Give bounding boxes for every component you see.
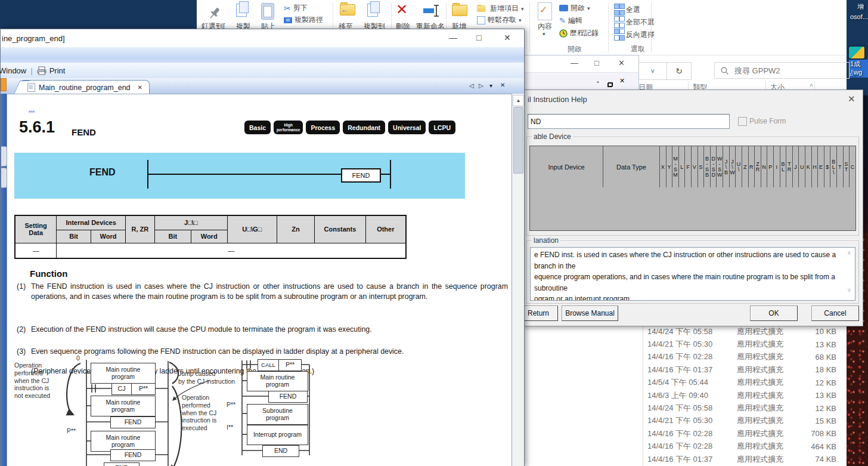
not-executed-label: Operation performed when the CJ instruct… [14, 362, 74, 400]
new-item-button[interactable]: 新增項目▾ [477, 3, 524, 14]
mdi-minimize-button[interactable]: - [597, 78, 599, 85]
history-button[interactable]: 歷程記錄 [559, 28, 599, 38]
select-all-button[interactable]: 全選 [614, 4, 640, 16]
scroll-thumb[interactable] [513, 107, 523, 174]
desktop-icon-label[interactable]: osof... [850, 13, 868, 20]
fend-instruction-box: FEND [341, 168, 381, 183]
cut-button[interactable]: ✂ 剪下 [284, 3, 308, 13]
instruction-input[interactable]: ND [528, 114, 730, 129]
th-zn: Zn [277, 215, 314, 243]
file-row[interactable]: 14/4/16 下午 01:37 應用程式擴充 74 KB [644, 453, 847, 465]
close-button[interactable]: ✕ [504, 33, 511, 42]
menu-print[interactable]: Print [49, 66, 66, 75]
search-input[interactable] [733, 66, 825, 76]
mdi-close-button[interactable]: ✕ [619, 77, 625, 85]
file-row[interactable]: 14/4/24 下午 05:58 應用程式擴充 10 KB [644, 325, 847, 338]
rename-icon [422, 4, 440, 18]
tab-close-all-icon[interactable]: ✕ [500, 82, 505, 88]
th-bit: Bit [57, 230, 91, 243]
file-row[interactable]: 14/5/4 下午 05:44 應用程式擴充 12 KB [644, 376, 847, 389]
file-row[interactable]: 14/4/16 下午 02:28 應用程式擴充 708 KB [644, 427, 847, 440]
file-type: 應用程式擴充 [737, 365, 805, 375]
device-letter-columns: XYM - S MLFVSB - S BD - S DW - S WJ \ BJ… [660, 146, 855, 188]
close-button[interactable]: ✕ [618, 58, 625, 67]
group-label-open: 開啟 [568, 44, 582, 54]
copy-to-button[interactable] [367, 4, 378, 17]
gx-toolbar-band [1, 47, 524, 63]
invert-selection-button[interactable]: 反向選擇 [614, 29, 655, 41]
delete-button[interactable]: ✕ [396, 1, 408, 18]
easy-access-button[interactable]: 輕鬆存取▾ [477, 15, 522, 25]
tab-scroll-right-icon[interactable]: ▷ [479, 82, 483, 89]
tab-scroll-left-icon[interactable]: ◁ [469, 82, 474, 89]
paste-icon [264, 6, 272, 17]
history-icon [559, 29, 568, 38]
device-column: P [767, 146, 774, 188]
file-row[interactable]: 14/4/16 下午 02:28 應用程式擴充 68 KB [644, 351, 847, 363]
ok-button[interactable]: OK [750, 305, 798, 321]
file-row[interactable]: 14/4/21 下午 05:30 應用程式擴充 13 KB [644, 338, 847, 350]
th-other: Other [365, 215, 406, 243]
new-folder-button[interactable] [452, 5, 467, 16]
scroll-up-icon[interactable]: ∧ [847, 249, 851, 256]
tab-main-routine-program-end[interactable]: Main_routine_program_end ✕ [22, 80, 150, 94]
rename-button[interactable] [422, 4, 440, 20]
file-row[interactable]: 14/4/24 下午 05:58 應用程式擴充 12 KB [644, 402, 847, 414]
main-routine-box-2: Main routine program [91, 396, 156, 416]
cancel-button[interactable]: Cancel [811, 305, 859, 321]
scroll-down-icon[interactable]: ∨ [847, 286, 851, 293]
explanation-textbox[interactable]: e FEND inst. is used in cases where the … [530, 247, 855, 301]
dwg-file-icon[interactable] [849, 47, 864, 58]
pulse-form-checkbox[interactable] [738, 117, 747, 126]
edit-button[interactable]: ✎ 編輯 [559, 16, 582, 26]
instruction-help-dialog: il Instruction Help ✕ ND Pulse Form able… [523, 90, 863, 326]
menu-window[interactable]: Window [0, 66, 26, 75]
ribbon-divider [529, 2, 530, 53]
file-row[interactable]: 14/4/16 下午 01:37 應用程式擴充 18 KB [644, 363, 847, 376]
refresh-button[interactable]: ↻ [666, 62, 692, 80]
device-column: S T [844, 146, 850, 188]
search-field[interactable] [714, 62, 850, 79]
menu-divider: | [30, 66, 32, 75]
minimize-button[interactable]: — [449, 33, 457, 42]
input-device-header: Input Device [530, 146, 603, 188]
tab-close-icon[interactable]: ✕ [138, 84, 142, 91]
tab-label: Main_routine_program_end [39, 84, 131, 92]
device-column: Y [666, 146, 673, 188]
address-dropdown-button[interactable]: ˅ [638, 62, 667, 80]
maximize-button[interactable]: □ [476, 33, 481, 42]
chevron-down-icon: ˅ [651, 67, 655, 75]
cut-icon: ✂ [284, 4, 291, 13]
section-number: 5.6.1 [19, 118, 55, 137]
pencil-icon: ✎ [559, 16, 566, 25]
properties-button[interactable]: ✓ [538, 2, 552, 20]
more-link[interactable]: ... [29, 106, 35, 112]
open-button[interactable]: 開啟▾ [559, 3, 590, 13]
select-none-button[interactable]: 全部不選 [614, 16, 655, 28]
hidden-tab-edge[interactable] [1, 78, 7, 91]
browse-manual-button[interactable]: Browse Manual [562, 305, 618, 321]
maximize-button[interactable]: □ [594, 58, 599, 67]
minimize-button[interactable]: — [571, 58, 578, 67]
function-item-2: (2)Execution of the FEND instruction wil… [17, 325, 508, 335]
desktop-icon-label[interactable]: 增 [857, 2, 864, 11]
gx-title-bar[interactable]: ine_program_end] — □ ✕ [1, 29, 524, 48]
paste-button[interactable] [261, 3, 274, 20]
tab-list-dropdown-icon[interactable]: ▾ [489, 82, 492, 89]
dialog-close-button[interactable]: ✕ [848, 94, 855, 104]
file-row[interactable]: 14/4/21 下午 05:30 應用程式擴充 15 KB [644, 415, 847, 427]
file-size: 13 KB [805, 391, 836, 400]
file-row[interactable]: 14/6/3 上午 09:40 應用程式擴充 13 KB [644, 389, 847, 402]
scroll-up-button[interactable]: ▲ [513, 95, 524, 106]
file-date: 14/4/16 下午 01:37 [647, 365, 737, 375]
move-to-button[interactable]: ← [340, 4, 355, 16]
mdi-restore-button[interactable] [607, 82, 613, 87]
device-column: M - S M [672, 146, 679, 188]
copy-button[interactable] [236, 4, 247, 17]
copy-path-button[interactable]: W 複製路徑 [284, 15, 323, 25]
dropdown-icon: ▾ [521, 6, 524, 12]
document-scrollbar[interactable]: ▲ [512, 94, 524, 466]
desktop-icon-label-selected[interactable]: wg [852, 69, 863, 76]
file-type: 應用程式擴充 [737, 377, 805, 388]
file-row[interactable]: 14/4/16 下午 02:28 應用程式擴充 464 KB [644, 440, 847, 453]
